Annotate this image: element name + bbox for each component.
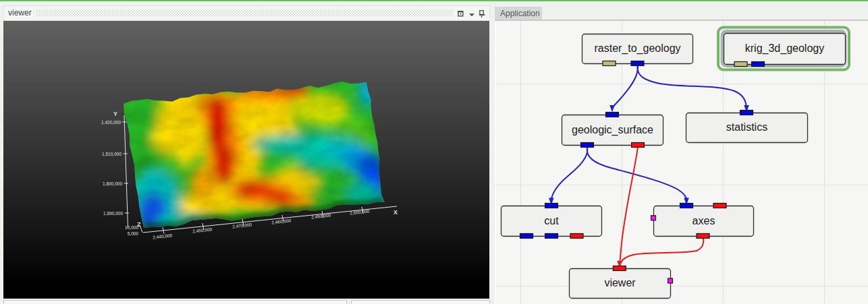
svg-text:1,690,000: 1,690,000 xyxy=(103,211,123,216)
svg-text:X: X xyxy=(394,209,398,216)
svg-text:1,420,000: 1,420,000 xyxy=(101,120,121,125)
svg-text:10,000: 10,000 xyxy=(125,225,138,230)
svg-text:2,490,000: 2,490,000 xyxy=(311,212,331,219)
svg-text:raster_to_geology: raster_to_geology xyxy=(594,42,680,55)
svg-text:statistics: statistics xyxy=(726,121,767,133)
svg-text:cut: cut xyxy=(544,215,559,226)
svg-text:2,440,000: 2,440,000 xyxy=(153,233,173,239)
svg-text:2,600,000: 2,600,000 xyxy=(350,208,370,215)
svg-text:2,450,000: 2,450,000 xyxy=(192,226,213,233)
svg-text:krig_3d_geology: krig_3d_geology xyxy=(745,42,824,55)
svg-text:geologic_surface: geologic_surface xyxy=(572,124,653,136)
svg-text:viewer: viewer xyxy=(604,277,636,288)
svg-text:Y: Y xyxy=(113,111,117,117)
svg-text:axes: axes xyxy=(693,215,715,226)
svg-text:1,510,000: 1,510,000 xyxy=(102,152,121,156)
svg-text:5,000: 5,000 xyxy=(128,231,139,236)
svg-text:1,600,000: 1,600,000 xyxy=(103,181,122,186)
